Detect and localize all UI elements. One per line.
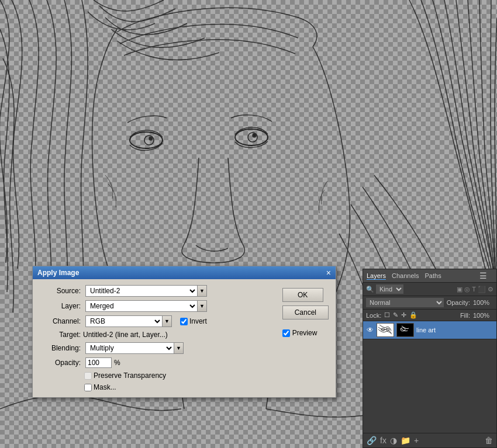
mask-label-text: Mask... [94, 383, 116, 391]
dialog-close-button[interactable]: × [326, 269, 331, 277]
blend-opacity-row: Normal Multiply Opacity: 100% [363, 296, 496, 310]
blend-mode-select[interactable]: Normal Multiply [366, 298, 444, 307]
ok-button[interactable]: OK [282, 288, 323, 302]
dialog-form: Source: Untitled-2 ▼ Layer: Merged ▼ [40, 285, 277, 391]
preserve-transparency-label[interactable]: Preserve Transparency [84, 371, 166, 380]
blending-label: Blending: [40, 344, 81, 352]
opacity-label: Opacity: [447, 299, 470, 306]
svg-point-2 [149, 137, 153, 140]
source-select[interactable]: Untitled-2 [86, 286, 197, 296]
dialog-titlebar: Apply Image × [33, 266, 336, 279]
layer-visibility-toggle[interactable]: 👁 [366, 326, 374, 334]
smart-filter-icon[interactable]: ⚙ [488, 286, 493, 293]
tab-channels[interactable]: Channels [392, 272, 419, 279]
lock-all-icon[interactable]: 🔒 [409, 311, 417, 319]
preserve-transparency-row: Preserve Transparency [40, 371, 277, 380]
mask-checkbox[interactable] [84, 384, 92, 391]
link-layers-icon[interactable]: 🔗 [367, 436, 377, 445]
layer-name: line art [416, 327, 493, 334]
dialog-title: Apply Image [37, 269, 79, 277]
opacity-row: Opacity: % [40, 357, 277, 368]
blending-arrow-icon: ▼ [174, 343, 183, 353]
layer-item[interactable]: 👁 lin [363, 321, 496, 339]
type-filter-icon[interactable]: T [472, 286, 476, 293]
lock-position-icon[interactable]: ✛ [401, 311, 406, 319]
svg-point-0 [130, 132, 163, 148]
blending-select[interactable]: Multiply Normal Screen Overlay [86, 343, 174, 353]
invert-checkbox[interactable] [180, 318, 188, 325]
apply-image-dialog: Apply Image × Source: Untitled-2 ▼ Layer… [32, 266, 336, 398]
source-arrow-icon: ▼ [197, 286, 206, 296]
target-label: Target: [40, 331, 81, 339]
shape-filter-icon[interactable]: ⬛ [478, 286, 486, 293]
dialog-buttons: OK Cancel Preview [282, 285, 329, 391]
layers-panel-titlebar: Layers Channels Paths ☰ [363, 269, 496, 283]
svg-point-3 [235, 129, 268, 145]
fill-label: Fill: [460, 312, 470, 319]
filter-icons: ▣ ◎ T ⬛ ⚙ [457, 286, 493, 293]
lock-label: Lock: [366, 312, 381, 319]
lock-row: Lock: ☐ ✎ ✛ 🔒 Fill: 100% [363, 310, 496, 321]
layer-thumbnail-mask [396, 323, 414, 337]
preview-checkbox[interactable] [282, 329, 290, 337]
channel-label: Channel: [40, 317, 81, 325]
layer-select[interactable]: Merged [86, 301, 197, 311]
channel-select[interactable]: RGB [86, 316, 162, 327]
layer-label: Layer: [40, 302, 81, 310]
tab-paths[interactable]: Paths [425, 272, 441, 279]
svg-point-5 [253, 134, 256, 137]
delete-layer-icon[interactable]: 🗑 [485, 436, 493, 445]
lock-transparent-icon[interactable]: ☐ [384, 311, 390, 319]
opacity-unit: % [114, 359, 120, 367]
fill-value: 100% [473, 312, 493, 319]
source-label: Source: [40, 287, 81, 295]
panel-menu-icon[interactable]: ☰ [479, 271, 487, 280]
fx-icon[interactable]: fx [380, 436, 386, 445]
invert-checkbox-label[interactable]: Invert [180, 317, 207, 325]
opacity-label: Opacity: [40, 359, 81, 367]
mask-label[interactable]: Mask... [84, 383, 116, 391]
target-row: Target: Untitled-2 (line art, Layer...) [40, 331, 277, 339]
preview-label[interactable]: Preview [282, 329, 317, 337]
new-group-icon[interactable]: 📁 [401, 436, 410, 445]
channel-select-wrap: RGB ▼ [85, 315, 172, 327]
layer-thumbnail-main [377, 323, 394, 337]
target-value: Untitled-2 (line art, Layer...) [83, 331, 168, 339]
search-icon: 🔍 [366, 286, 374, 293]
layers-bottom-bar: 🔗 fx ◑ 📁 + 🗑 [363, 433, 496, 447]
preserve-transparency-text: Preserve Transparency [94, 371, 166, 380]
kind-select[interactable]: Kind [376, 284, 403, 294]
layers-search-row: 🔍 Kind ▣ ◎ T ⬛ ⚙ [363, 283, 496, 296]
preserve-transparency-checkbox[interactable] [84, 372, 92, 380]
channel-row: Channel: RGB ▼ Invert [40, 315, 277, 327]
layers-panel: Layers Channels Paths ☰ 🔍 Kind ▣ ◎ T ⬛ ⚙… [363, 269, 497, 448]
source-row: Source: Untitled-2 ▼ [40, 285, 277, 297]
layer-select-wrap: Merged ▼ [85, 300, 207, 312]
tab-layers[interactable]: Layers [367, 272, 386, 280]
opacity-value: 100% [473, 299, 493, 306]
layer-arrow-icon: ▼ [197, 301, 206, 311]
channel-arrow-icon: ▼ [162, 316, 171, 327]
new-adjustment-icon[interactable]: ◑ [390, 436, 397, 445]
lock-image-icon[interactable]: ✎ [393, 311, 398, 319]
adjustment-filter-icon[interactable]: ◎ [464, 286, 470, 293]
new-layer-icon[interactable]: + [414, 436, 419, 445]
dialog-body: Source: Untitled-2 ▼ Layer: Merged ▼ [33, 279, 336, 397]
mask-row: Mask... [40, 383, 277, 391]
preview-label-text: Preview [292, 329, 317, 337]
opacity-input[interactable] [85, 357, 112, 368]
layer-row: Layer: Merged ▼ [40, 300, 277, 312]
blending-select-wrap: Multiply Normal Screen Overlay ▼ [85, 342, 184, 354]
source-select-wrap: Untitled-2 ▼ [85, 285, 207, 297]
blending-row: Blending: Multiply Normal Screen Overlay… [40, 342, 277, 354]
pixel-filter-icon[interactable]: ▣ [457, 286, 463, 293]
cancel-button[interactable]: Cancel [282, 305, 329, 319]
invert-label-text: Invert [189, 317, 207, 325]
